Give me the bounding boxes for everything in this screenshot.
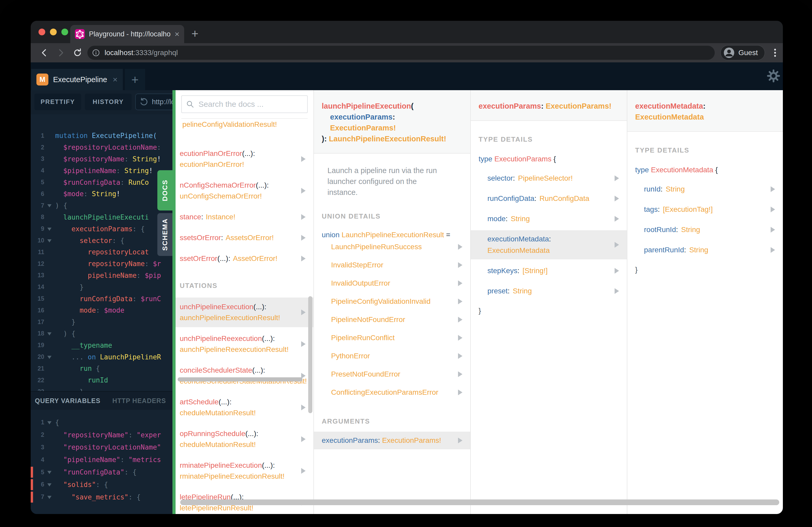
type-field-row[interactable]: runId:String <box>627 180 783 198</box>
docs-side-tab[interactable]: DOCS <box>157 170 172 210</box>
argument-row-selected[interactable]: executionParams: ExecutionParams! <box>314 432 470 449</box>
union-member-row[interactable]: InvalidOutputError <box>314 275 470 291</box>
docs-field-row[interactable]: stance:Instance! <box>176 208 314 226</box>
fold-caret-icon[interactable] <box>44 416 55 429</box>
docs-field-row[interactable]: unchPipelineReexecution(...): aunchPipel… <box>176 329 314 359</box>
code-line: 9 executionParams: { <box>31 223 172 235</box>
close-window-button[interactable] <box>39 29 45 35</box>
fold-gutter <box>44 212 55 223</box>
fold-caret-icon[interactable] <box>44 466 55 478</box>
fold-caret-icon[interactable] <box>44 328 55 340</box>
docs-field-row[interactable]: concileSchedulerState(...): econcileSche… <box>176 361 314 391</box>
endpoint-url: http://loc <box>152 98 172 106</box>
chevron-right-icon <box>301 256 306 261</box>
tab-close-icon[interactable]: × <box>175 30 179 38</box>
docs-field-row[interactable]: UTATIONS <box>176 270 314 296</box>
docs-search-input[interactable] <box>199 100 303 109</box>
playground-tab-close-icon[interactable]: × <box>113 75 118 85</box>
settings-gear-icon[interactable] <box>767 69 780 82</box>
browser-tab[interactable]: Playground - http://localhost:3 × <box>70 25 184 43</box>
docs-field-row[interactable]: nConfigSchemaOrError(...): unConfigSchem… <box>176 176 314 206</box>
docs-field-row[interactable]: ecutionPlanOrError(...): ecutionPlanOrEr… <box>176 144 314 174</box>
tab-http-headers[interactable]: HTTP HEADERS <box>112 397 166 405</box>
fold-caret-icon[interactable] <box>44 351 55 363</box>
code-line: 6 "solids": { <box>31 478 172 491</box>
fold-gutter <box>44 363 55 375</box>
chevron-right-icon <box>301 156 306 162</box>
code-line: 17 } <box>31 316 172 328</box>
url-bar[interactable]: localhost:3333/graphql <box>87 46 715 60</box>
docs-field-row[interactable]: ssetOrError(...):AssetOrError! <box>176 249 314 268</box>
type-field-row[interactable]: preset:String <box>471 282 627 300</box>
docs-panel-edge[interactable] <box>172 90 176 514</box>
union-member-row[interactable]: PipelineConfigValidationInvalid <box>314 293 470 309</box>
type-field-list: selector:PipelineSelector! runConfigData… <box>471 163 627 300</box>
playground-new-tab-button[interactable]: + <box>125 69 145 90</box>
variables-editor[interactable]: 1{2 "repositoryName": "exper3 "repositor… <box>31 410 172 503</box>
chevron-right-icon <box>614 176 619 181</box>
union-member-row[interactable]: LaunchPipelineRunSuccess <box>314 239 470 255</box>
union-member-row[interactable]: PipelineRunConflict <box>314 330 470 346</box>
type-field-list: runId:String tags:[ExecutionTag!] rootRu… <box>627 174 783 259</box>
tab-query-variables[interactable]: QUERY VARIABLES <box>35 397 100 405</box>
docs-field-row[interactable]: artSchedule(...): cheduleMutationResult! <box>176 393 314 422</box>
reload-icon[interactable] <box>72 48 83 58</box>
docs-field-row[interactable]: unchPipelineExecution(...): aunchPipelin… <box>176 298 314 327</box>
fold-caret-icon[interactable] <box>44 200 55 212</box>
prettify-button[interactable]: PRETTIFY <box>34 93 81 110</box>
new-tab-button[interactable]: + <box>191 27 199 41</box>
minimize-window-button[interactable] <box>50 29 57 35</box>
forward-icon[interactable] <box>56 48 66 58</box>
type-field-row[interactable]: selector:PipelineSelector! <box>471 169 627 187</box>
fold-gutter <box>44 246 55 258</box>
type-field-row[interactable]: stepKeys:[String!] <box>471 262 627 280</box>
union-member-row[interactable]: PythonError <box>314 348 470 364</box>
fold-gutter <box>44 293 55 304</box>
docs-horizontal-scrollbar[interactable] <box>180 499 779 505</box>
docs-field-row[interactable]: pelineConfigValidationResult! <box>176 119 314 134</box>
fold-caret-icon[interactable] <box>44 235 55 246</box>
playground-tab[interactable]: M ExecutePipeline × <box>31 69 123 90</box>
type-field-row[interactable]: executionMetadata: ExecutionMetadata <box>471 230 627 259</box>
fold-caret-icon[interactable] <box>44 491 55 503</box>
docs-field-row[interactable]: rminatePipelineExecution(...): rminatePi… <box>176 456 314 486</box>
union-member-row[interactable]: PipelineNotFoundError <box>314 312 470 328</box>
back-icon[interactable] <box>39 48 49 58</box>
query-editor[interactable]: 1mutation ExecutePipeline(2 $repositoryL… <box>31 114 172 391</box>
column1-vertical-scrollbar[interactable] <box>308 296 313 413</box>
menu-kebab-icon[interactable] <box>770 47 780 59</box>
type-field-row[interactable]: parentRunId:String <box>627 241 783 259</box>
line-number: 21 <box>31 365 44 372</box>
fold-caret-icon[interactable] <box>44 223 55 235</box>
docs-search[interactable] <box>181 95 308 113</box>
chevron-right-icon <box>301 468 306 474</box>
fold-caret-icon[interactable] <box>44 478 55 491</box>
maximize-window-button[interactable] <box>61 29 68 35</box>
union-member-row[interactable]: PresetNotFoundError <box>314 366 470 382</box>
type-field-row[interactable]: tags:[ExecutionTag!] <box>627 201 783 218</box>
schema-side-tab[interactable]: SCHEMA <box>157 213 172 256</box>
fold-gutter <box>44 340 55 351</box>
union-member-row[interactable]: ConflictingExecutionParamsError <box>314 385 470 400</box>
line-number: 14 <box>31 284 44 290</box>
line-number: 15 <box>31 295 44 302</box>
profile-button[interactable]: Guest <box>721 45 765 60</box>
fold-gutter <box>44 188 55 200</box>
column1-horizontal-scrollbar[interactable] <box>178 377 303 381</box>
type-field-row[interactable]: mode:String <box>471 210 627 228</box>
site-info-icon[interactable] <box>91 48 100 57</box>
history-button[interactable]: HISTORY <box>85 93 132 110</box>
union-member-row[interactable]: InvalidStepError <box>314 257 470 273</box>
type-details-header: TYPE DETAILS <box>471 121 627 144</box>
code-line: 7 "save_metrics": { <box>31 491 172 503</box>
docs-field-row[interactable]: ssetsOrError:AssetsOrError! <box>176 228 314 247</box>
chevron-right-icon <box>458 299 462 304</box>
profile-label: Guest <box>738 49 758 57</box>
code-line: 18 ) { <box>31 328 172 340</box>
docs-field-row[interactable]: opRunningSchedule(...): cheduleMutationR… <box>176 424 314 454</box>
chevron-right-icon <box>301 188 306 194</box>
code-text: "pipelineName": "metrics <box>55 456 161 464</box>
type-field-row[interactable]: runConfigData:RunConfigData <box>471 190 627 207</box>
type-field-row[interactable]: rootRunId:String <box>627 221 783 239</box>
endpoint-input[interactable]: http://loc <box>135 93 172 110</box>
